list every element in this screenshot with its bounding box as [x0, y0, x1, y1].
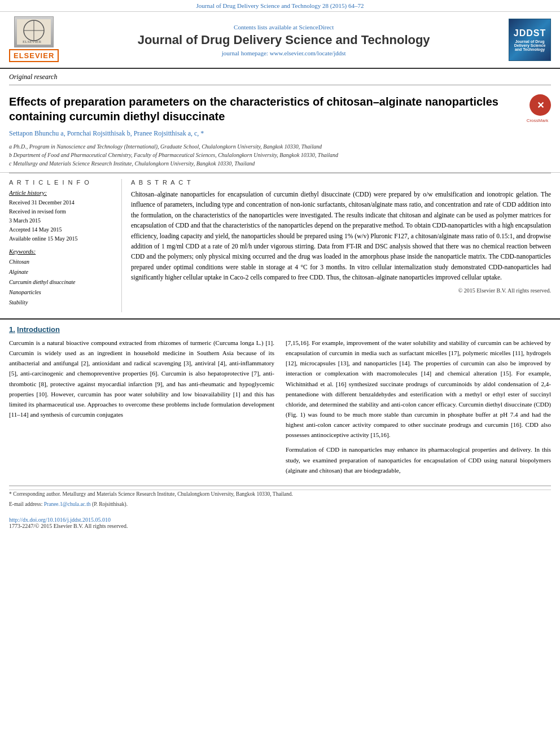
keyword-4: Stability — [9, 298, 115, 308]
email-person: (P. Rojsitthisak). — [92, 501, 128, 507]
jddst-logo-subtext: Journal of DrugDelivery Scienceand Techn… — [514, 40, 546, 51]
jddst-logo-text: JDDST — [514, 28, 546, 38]
affiliations: a Ph.D., Program in Nanoscience and Tech… — [9, 142, 515, 168]
corresponding-author-note: * Corresponding author. Metallurgy and M… — [9, 490, 551, 498]
svg-text:ELSEVIER: ELSEVIER — [23, 40, 41, 44]
email-label: E-mail address: — [9, 501, 42, 507]
affiliation-c: c Metallurgy and Materials Science Resea… — [9, 159, 515, 168]
email-note: E-mail address: Pranee.1@chula.ac.th (P.… — [9, 500, 551, 508]
intro-left: Curcumin is a natural bioactive compound… — [9, 338, 274, 480]
crossmark-icon: ✕ — [530, 94, 551, 116]
revised-label: Received in revised form — [9, 207, 115, 216]
intro-left-paragraph: Curcumin is a natural bioactive compound… — [9, 338, 274, 420]
homepage-url[interactable]: www.elsevier.com/locate/jddst — [270, 50, 346, 56]
intro-two-col: Curcumin is a natural bioactive compound… — [9, 338, 551, 480]
journal-volume-info: Journal of Drug Delivery Science and Tec… — [196, 2, 364, 9]
intro-right: [7,15,16]. For example, improvement of t… — [286, 338, 551, 480]
history-label: Article history: — [9, 189, 115, 196]
email-address[interactable]: Pranee.1@chula.ac.th — [44, 501, 91, 507]
received-date: Received 31 December 2014 — [9, 198, 115, 207]
abstract-text: Chitosan–alginate nanoparticles for enca… — [131, 189, 551, 295]
crossmark-label: CrossMark — [524, 118, 551, 123]
affiliation-b: b Department of Food and Pharmaceutical … — [9, 151, 515, 159]
keywords-label: Keywords: — [9, 248, 115, 255]
doi-link[interactable]: http://dx.doi.org/10.1016/j.jddst.2015.0… — [9, 517, 551, 523]
article-title: Effects of preparation parameters on the… — [9, 94, 515, 124]
intro-right-text: [7,15,16]. For example, improvement of t… — [286, 338, 551, 475]
article-info-heading: A R T I C L E I N F O — [9, 179, 115, 186]
intro-right-paragraph-2: Formulation of CDD in nanoparticles may … — [286, 444, 551, 475]
body-section: 1. Introduction Curcumin is a natural bi… — [0, 320, 560, 535]
elsevier-logo: ELSEVIER ELSEVIER — [9, 16, 59, 63]
journal-header-center: Contents lists available at ScienceDirec… — [59, 24, 509, 56]
article-footer: * Corresponding author. Metallurgy and M… — [9, 490, 551, 530]
keyword-3: Nanoparticles — [9, 287, 115, 298]
jddst-logo: JDDST Journal of DrugDelivery Scienceand… — [509, 19, 551, 61]
section-number: 1. — [9, 325, 15, 334]
article-type-label: Original research — [0, 69, 560, 91]
issn-text: 1773-2247/© 2015 Elsevier B.V. All right… — [9, 523, 551, 529]
keywords-list: Chitosan Alginate Curcumin diethyl disuc… — [9, 257, 115, 308]
intro-right-paragraph-1: [7,15,16]. For example, improvement of t… — [286, 338, 551, 440]
abstract-col: A B S T R A C T Chitosan–alginate nanopa… — [131, 179, 551, 312]
accepted-date: Accepted 14 May 2015 — [9, 225, 115, 234]
revised-date: 3 March 2015 — [9, 216, 115, 225]
intro-left-text: Curcumin is a natural bioactive compound… — [9, 338, 274, 420]
sciencedirect-link[interactable]: Contents lists available at ScienceDirec… — [59, 24, 509, 30]
available-date: Available online 15 May 2015 — [9, 234, 115, 243]
keyword-2: Curcumin diethyl disuccinate — [9, 277, 115, 287]
elsevier-brand-text: ELSEVIER — [9, 49, 59, 62]
affiliation-a: a Ph.D., Program in Nanoscience and Tech… — [9, 142, 515, 151]
article-info-col: A R T I C L E I N F O Article history: R… — [9, 179, 122, 312]
article-info-abstract: A R T I C L E I N F O Article history: R… — [0, 173, 560, 318]
abstract-heading: A B S T R A C T — [131, 179, 551, 186]
copyright-notice: © 2015 Elsevier B.V. All rights reserved… — [131, 286, 551, 295]
journal-homepage: journal homepage: www.elsevier.com/locat… — [59, 50, 509, 56]
keywords-section: Keywords: Chitosan Alginate Curcumin die… — [9, 248, 115, 308]
section-header: 1. Introduction — [9, 325, 551, 334]
sciencedirect-text: Contents lists available at ScienceDirec… — [234, 24, 334, 30]
corresponding-note-text: * Corresponding author. Metallurgy and M… — [9, 491, 293, 497]
homepage-label: journal homepage: — [222, 50, 268, 56]
journal-header: ELSEVIER ELSEVIER Contents lists availab… — [0, 12, 560, 69]
section-title-text: Introduction — [17, 325, 60, 334]
abstract-paragraph: Chitosan–alginate nanoparticles for enca… — [131, 189, 551, 283]
article-header: Effects of preparation parameters on the… — [0, 91, 560, 173]
article-type-text: Original research — [9, 73, 57, 81]
article-authors: Settapon Bhunchu a, Pornchai Rojsitthisa… — [9, 129, 515, 138]
keyword-0: Chitosan — [9, 257, 115, 267]
journal-topbar: Journal of Drug Delivery Science and Tec… — [0, 0, 560, 12]
article-history: Article history: Received 31 December 20… — [9, 189, 115, 243]
keyword-1: Alginate — [9, 267, 115, 277]
crossmark-area: ✕ CrossMark — [524, 94, 551, 123]
journal-title: Journal of Drug Delivery Science and Tec… — [59, 33, 509, 47]
